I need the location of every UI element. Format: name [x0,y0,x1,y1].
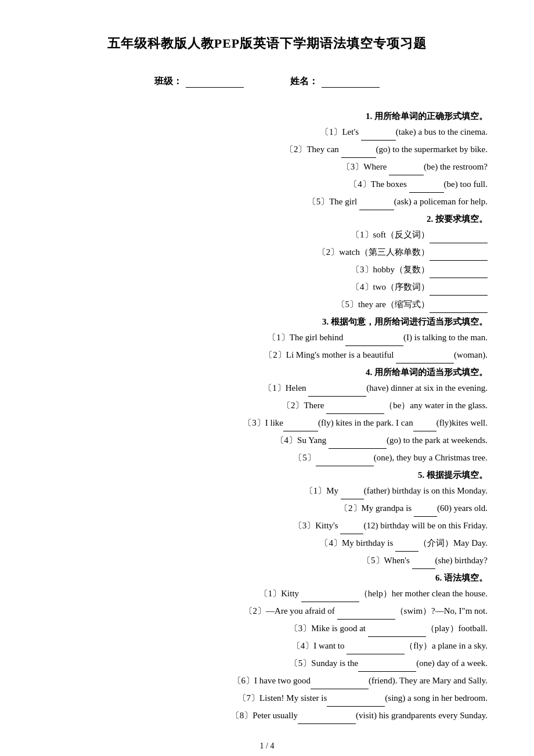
s6-item-2: 〔2〕—Are you afraid of （swim）?—No, I"m no… [46,602,488,620]
section-2-items: 〔1〕soft（反义词） 〔2〕watch（第三人称单数） 〔3〕hobby（复… [46,226,488,313]
section-4-title: 4. 用所给单词的适当形式填空。 [46,367,488,378]
section-1-items: 〔1〕Let's (take) a bus to the cinema. 〔2〕… [46,123,488,210]
s3-item-2: 〔2〕Li Ming's mother is a beautiful (woma… [46,346,488,363]
blank[interactable] [359,210,394,210]
s6-item-7: 〔7〕Listen! My sister is(sing) a song in … [46,689,488,707]
section-1-title: 1. 用所给单词的正确形式填空。 [46,111,488,122]
s5-item-4: 〔4〕My birthday is （介词）May Day. [46,534,488,552]
s6-item-1: 〔1〕Kitty （help）her mother clean the hous… [46,585,488,602]
s4-item-1: 〔1〕Helen (have) dinner at six in the eve… [46,379,488,397]
blank[interactable] [412,568,435,569]
page-title: 五年级科教版人教PEP版英语下学期语法填空专项习题 [46,35,488,52]
section-5-title: 5. 根据提示填空。 [46,470,488,481]
section-5: 5. 根据提示填空。 〔1〕My (father) birthday is on… [46,470,488,569]
blank[interactable] [316,466,374,466]
s4-item-5: 〔5〕(one), they buy a Christmas tree. [46,449,488,466]
section-3: 3. 根据句意，用所给词进行适当形式填空。 〔1〕The girl behind… [46,316,488,363]
s5-item-1: 〔1〕My (father) birthday is on this Monda… [46,482,488,499]
class-label: 班级： [154,75,244,88]
s5-item-5: 〔5〕When's (she) birthday? [46,552,488,569]
section-5-items: 〔1〕My (father) birthday is on this Monda… [46,482,488,569]
s1-item-5: 〔5〕The girl (ask) a policeman for help. [46,193,488,210]
section-6: 6. 语法填空。 〔1〕Kitty （help）her mother clean… [46,573,488,724]
s6-item-5: 〔5〕Sunday is the(one) day of a week. [46,654,488,672]
s1-item-4: 〔4〕The boxes (be) too full. [46,175,488,193]
section-1: 1. 用所给单词的正确形式填空。 〔1〕Let's (take) a bus t… [46,111,488,210]
blank[interactable] [396,363,454,363]
s2-item-2: 〔2〕watch（第三人称单数） [46,243,488,261]
s4-item-2: 〔2〕There （be）any water in the glass. [46,397,488,414]
s5-item-3: 〔3〕Kitty's (12) birthday will be on this… [46,517,488,534]
section-4-items: 〔1〕Helen (have) dinner at six in the eve… [46,379,488,466]
s4-item-3: 〔3〕I like(fly) kites in the park. I can(… [46,414,488,431]
section-6-items: 〔1〕Kitty （help）her mother clean the hous… [46,585,488,724]
s1-item-3: 〔3〕Where (be) the restroom? [46,158,488,175]
section-6-title: 6. 语法填空。 [46,573,488,584]
s1-item-1: 〔1〕Let's (take) a bus to the cinema. [46,123,488,141]
sections-container: 1. 用所给单词的正确形式填空。 〔1〕Let's (take) a bus t… [46,111,488,724]
s1-item-2: 〔2〕They can (go) to the supermarket by b… [46,141,488,158]
s6-item-8: 〔8〕Peter usually(visit) his grandparents… [46,707,488,724]
name-label: 姓名： [290,75,380,88]
class-name-row: 班级： 姓名： [46,75,488,88]
s2-item-3: 〔3〕hobby（复数） [46,261,488,278]
s6-item-3: 〔3〕Mike is good at （play）football. [46,620,488,637]
section-3-title: 3. 根据句意，用所给词进行适当形式填空。 [46,316,488,327]
section-2-title: 2. 按要求填空。 [46,214,488,225]
s4-item-4: 〔4〕Su Yang (go) to the park at weekends. [46,431,488,449]
section-2: 2. 按要求填空。 〔1〕soft（反义词） 〔2〕watch（第三人称单数） … [46,214,488,313]
s2-item-1: 〔1〕soft（反义词） [46,226,488,243]
s6-item-4: 〔4〕I want to （fly）a plane in a sky. [46,637,488,654]
s5-item-2: 〔2〕My grandpa is (60) years old. [46,499,488,517]
s2-item-4: 〔4〕two（序数词） [46,278,488,296]
blank[interactable] [298,723,356,724]
section-4: 4. 用所给单词的适当形式填空。 〔1〕Helen (have) dinner … [46,367,488,466]
s2-item-5: 〔5〕they are（缩写式） [46,296,488,313]
section-3-items: 〔1〕The girl behind (I) is talking to the… [46,329,488,363]
blank[interactable] [430,312,488,313]
page-footer: 1 / 4 [46,741,488,751]
s6-item-6: 〔6〕I have two good(friend). They are Mar… [46,672,488,689]
s3-item-1: 〔1〕The girl behind (I) is talking to the… [46,329,488,346]
